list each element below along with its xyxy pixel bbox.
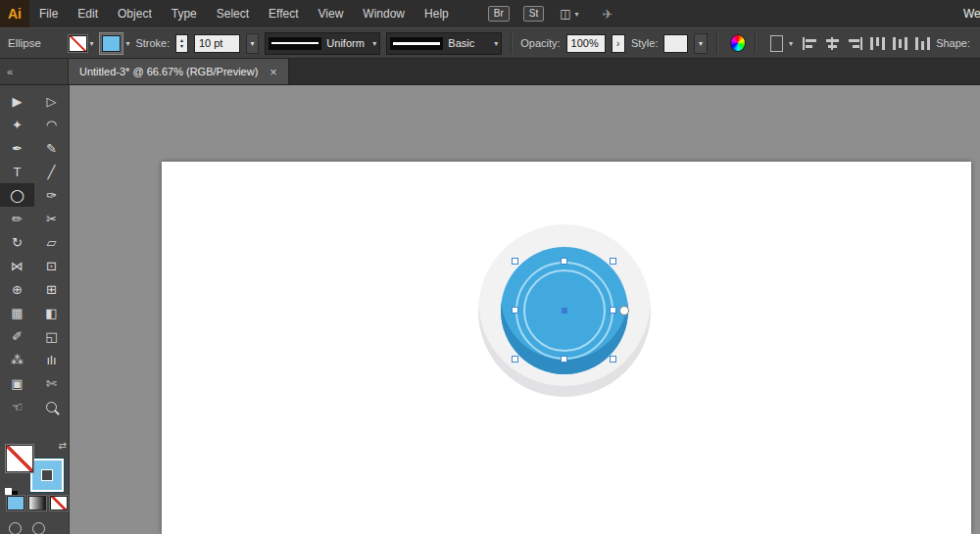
distribute-bottom-button[interactable] [915,37,930,50]
close-tab-icon[interactable]: × [270,66,277,78]
artboard-tool[interactable]: ▣ [0,371,34,395]
drawing-mode-button[interactable] [9,522,22,534]
step-down-icon[interactable]: ▾ [180,43,183,49]
collapse-panel-button[interactable]: « [0,59,69,84]
chevron-down-icon: ▾ [575,10,579,19]
fill-color-control[interactable]: ▾ [69,35,93,52]
swap-fill-stroke-icon[interactable]: ⇄ [59,440,67,451]
divider [511,32,512,54]
scale-tool[interactable]: ▱ [34,230,69,254]
none-mode-button[interactable] [50,496,68,510]
selection-handle[interactable] [610,356,616,363]
recolor-artwork-icon[interactable] [730,34,746,52]
brush-definition-dropdown[interactable]: Basic ▾ [386,32,502,55]
eyedropper-tool[interactable]: ✐ [0,324,34,348]
blend-tool[interactable]: ◱ [34,324,69,348]
chevron-down-icon: ▾ [372,39,376,48]
document-tab[interactable]: Untitled-3* @ 66.67% (RGB/Preview) × [69,59,289,84]
opacity-field[interactable]: 100% [566,34,606,53]
zoom-tool[interactable] [34,395,69,418]
color-mode-button[interactable] [7,496,24,510]
stroke-weight-stepper[interactable]: ▴ ▾ [175,34,188,53]
graphic-style-dropdown[interactable]: ▾ [694,33,707,54]
opacity-options-button[interactable]: › [612,34,625,53]
selection-tool[interactable]: ▶ [0,89,34,113]
align-left-button[interactable] [803,37,817,50]
align-center-button[interactable] [825,37,840,50]
curvature-tool[interactable]: ✎ [34,136,69,160]
selection-handle[interactable] [512,356,518,363]
canvas-pasteboard[interactable] [69,84,980,534]
selection-handle[interactable] [512,307,518,314]
direct-selection-tool[interactable]: ▷ [34,89,69,113]
free-transform-tool[interactable]: ⊡ [34,254,69,277]
live-shape-widget[interactable] [619,306,629,316]
scissors-tool[interactable]: ✂ [34,207,69,230]
graphic-style-swatch[interactable] [663,34,688,53]
selection-handle[interactable] [561,356,567,363]
menu-item-view[interactable]: View [309,0,354,27]
color-mode-buttons [7,496,68,510]
magic-wand-tool[interactable]: ✦ [0,113,34,136]
distribute-top-button[interactable] [870,37,885,50]
pen-tool[interactable]: ✒ [0,136,34,160]
menu-item-type[interactable]: Type [162,0,207,27]
share-icon[interactable]: ✈ [603,7,613,22]
menu-item-edit[interactable]: Edit [68,0,108,27]
pencil-tool[interactable]: ✏ [0,207,34,230]
ellipse-tool[interactable]: ◯ [0,183,34,207]
selection-handle[interactable] [561,258,567,265]
gradient-tool[interactable]: ◧ [34,301,69,324]
selection-handle[interactable] [512,258,518,265]
stroke-swatch[interactable] [102,35,121,52]
stroke-indicator[interactable] [29,458,65,493]
selection-handle[interactable] [610,258,616,265]
lasso-tool[interactable]: ◠ [34,113,69,136]
distribute-middle-button[interactable] [893,37,907,50]
arrange-documents-button[interactable]: ◫ ▾ [560,7,578,21]
perspective-grid-tool[interactable]: ⊞ [34,277,69,301]
gradient-mode-button[interactable] [28,496,46,510]
chevron-down-icon[interactable]: ▾ [89,39,93,48]
tool-icon: ╱ [48,165,56,179]
fill-swatch-none[interactable] [69,35,87,52]
tool-icon: ✂ [46,212,57,226]
tool-icon: ◧ [45,306,57,320]
width-tool[interactable]: ⋈ [0,254,34,277]
chevron-down-icon[interactable]: ▾ [789,39,793,48]
selection-center-point[interactable] [562,308,567,314]
line-segment-tool[interactable]: ╱ [34,160,69,183]
stroke-weight-field[interactable]: 10 pt [194,34,240,53]
menu-item-object[interactable]: Object [108,0,162,27]
screen-mode-button[interactable] [32,522,45,534]
tool-icon: ◯ [10,188,24,203]
width-profile-dropdown[interactable]: Uniform ▾ [265,32,380,55]
menu-item-window[interactable]: Window [353,0,415,27]
menu-item-help[interactable]: Help [415,0,459,27]
align-right-button[interactable] [848,37,862,50]
stock-button[interactable]: St [523,6,544,22]
type-tool[interactable]: T [0,160,34,183]
bridge-button[interactable]: Br [488,6,510,22]
symbol-sprayer-tool[interactable]: ⁂ [0,348,34,371]
selection-handle[interactable] [610,307,616,314]
document-setup-icon[interactable] [770,35,783,52]
menu-item-select[interactable]: Select [207,0,259,27]
fill-indicator[interactable] [6,445,33,472]
workspace-switcher[interactable]: We [963,0,980,27]
chevron-down-icon[interactable]: ▾ [125,39,129,48]
stroke-color-control[interactable]: ▾ [99,32,129,55]
shape-builder-tool[interactable]: ⊕ [0,277,34,301]
menu-item-file[interactable]: File [29,0,68,27]
slice-tool[interactable]: ✄ [34,371,69,395]
rotate-tool[interactable]: ↻ [0,230,34,254]
chevron-down-icon: ▾ [494,39,498,48]
mesh-tool[interactable]: ▦ [0,301,34,324]
menu-item-effect[interactable]: Effect [259,0,308,27]
hand-tool[interactable]: ☜ [0,395,34,418]
column-graph-tool[interactable]: ılı [34,348,69,371]
stroke-weight-dropdown[interactable]: ▾ [246,33,259,54]
style-label: Style: [631,37,659,49]
shape-label: Shape: [936,37,972,49]
paintbrush-tool[interactable]: ✑ [34,183,69,207]
